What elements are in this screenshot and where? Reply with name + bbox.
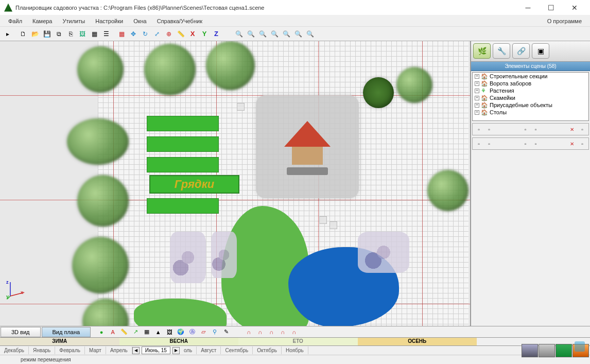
- bt-icon[interactable]: ▦: [142, 327, 152, 337]
- tree-item[interactable]: +🏠Строительные секции: [473, 73, 588, 80]
- rotate-tool-icon[interactable]: ↻: [140, 28, 151, 40]
- garden-bed[interactable]: [147, 198, 219, 214]
- viewport-canvas[interactable]: Грядки z x y: [0, 41, 471, 326]
- month-feb[interactable]: Февраль: [55, 346, 85, 354]
- close-button[interactable]: ✕: [563, 1, 586, 15]
- snap-2-icon[interactable]: 🔍: [245, 28, 256, 40]
- tree-item[interactable]: +⚘Растения: [473, 87, 588, 94]
- move-tool-icon[interactable]: ✥: [128, 28, 139, 40]
- current-date[interactable]: Июнь, 15: [142, 346, 170, 354]
- bt-icon[interactable]: 🖼: [164, 327, 175, 337]
- bt-icon[interactable]: 📏: [119, 327, 129, 337]
- mini-btn-icon[interactable]: ▫: [531, 139, 541, 148]
- snap-7-icon[interactable]: 🔍: [304, 28, 316, 40]
- bt-icon[interactable]: ▱: [198, 327, 209, 337]
- magnet-icon[interactable]: ∩: [266, 327, 276, 337]
- tree-item[interactable]: +🏠Столы: [473, 109, 588, 116]
- image-icon[interactable]: 🖼: [77, 28, 88, 40]
- tab-plan-view[interactable]: Вид плана: [42, 327, 91, 337]
- month-oct[interactable]: Октябрь: [253, 346, 282, 354]
- snap-3-icon[interactable]: 🔍: [257, 28, 268, 40]
- month-nov[interactable]: Ноябрь: [282, 346, 308, 354]
- mini-btn-icon[interactable]: ▫: [521, 125, 530, 134]
- axis-y-button[interactable]: Y: [199, 28, 210, 40]
- tab-cube-icon[interactable]: ▣: [532, 43, 549, 59]
- month-prev-icon[interactable]: ◀: [132, 347, 140, 354]
- magnet-icon[interactable]: ∩: [255, 327, 265, 337]
- menu-windows[interactable]: Окна: [128, 16, 152, 26]
- mini-btn-icon[interactable]: ▫: [484, 125, 494, 134]
- month-jul[interactable]: оль: [180, 346, 197, 354]
- menu-about[interactable]: О программе: [542, 16, 587, 26]
- garden-bed[interactable]: [147, 116, 219, 131]
- garden-bed-label[interactable]: Грядки: [149, 175, 239, 194]
- tree-item[interactable]: +🏠Ворота заборов: [473, 80, 588, 87]
- month-dec[interactable]: Декабрь: [0, 346, 29, 354]
- menu-camera[interactable]: Камера: [27, 16, 57, 26]
- minimize-button[interactable]: ─: [516, 1, 540, 15]
- month-next-icon[interactable]: ▶: [172, 347, 180, 354]
- month-mar[interactable]: Март: [85, 346, 106, 354]
- link-icon[interactable]: ⧉: [53, 28, 64, 40]
- bt-icon[interactable]: ▲: [153, 327, 163, 337]
- mini-btn-icon[interactable]: ▫: [521, 139, 530, 148]
- sky-thumb[interactable]: [556, 344, 572, 357]
- tab-plants-icon[interactable]: 🌿: [473, 43, 491, 59]
- tree-item[interactable]: +🏠Скамейки: [473, 94, 588, 101]
- maximize-button[interactable]: ☐: [540, 1, 563, 15]
- menu-utilities[interactable]: Утилиты: [58, 16, 91, 26]
- grid-toggle-icon[interactable]: ▦: [116, 28, 127, 40]
- sky-thumb[interactable]: [539, 344, 555, 357]
- scale-tool-icon[interactable]: ⤢: [151, 28, 163, 40]
- garden-bed[interactable]: [147, 157, 219, 172]
- menu-help[interactable]: Справка/Учебник: [152, 16, 207, 26]
- delete-icon[interactable]: ✕: [567, 125, 577, 134]
- rock-patch[interactable]: [358, 232, 409, 273]
- axis-x-button[interactable]: X: [187, 28, 198, 40]
- mini-btn-icon[interactable]: ▫: [474, 139, 483, 148]
- magnet-icon[interactable]: ∩: [244, 327, 254, 337]
- save-file-icon[interactable]: 💾: [41, 28, 53, 40]
- frame-icon[interactable]: ▦: [89, 28, 100, 40]
- house-preview-overlay[interactable]: [256, 95, 359, 198]
- snap-5-icon[interactable]: 🔍: [281, 28, 292, 40]
- mini-btn-icon[interactable]: ▫: [578, 139, 587, 148]
- measure-icon[interactable]: 📏: [175, 28, 186, 40]
- bt-icon[interactable]: 🌍: [176, 327, 186, 337]
- month-jan[interactable]: Январь: [29, 346, 55, 354]
- bt-icon[interactable]: ⓐ: [187, 327, 197, 337]
- bt-icon[interactable]: A: [108, 327, 118, 337]
- bt-icon[interactable]: ✎: [221, 327, 231, 337]
- tab-link-icon[interactable]: 🔗: [512, 43, 530, 59]
- copy-icon[interactable]: ⎘: [65, 28, 76, 40]
- mini-btn-icon[interactable]: ▫: [484, 139, 494, 148]
- scene-tree[interactable]: +🏠Строительные секции +🏠Ворота заборов +…: [472, 72, 589, 121]
- mini-btn-icon[interactable]: ▫: [531, 125, 541, 134]
- tree-item[interactable]: +🏠Приусадебные объекты: [473, 101, 588, 109]
- bt-icon[interactable]: ●: [96, 327, 107, 337]
- season-summer[interactable]: ЕТО: [238, 338, 358, 345]
- magnet-icon[interactable]: ∩: [277, 327, 288, 337]
- open-file-icon[interactable]: 📂: [29, 28, 41, 40]
- delete-icon[interactable]: ✕: [567, 139, 577, 148]
- mini-btn-icon[interactable]: ▫: [474, 125, 483, 134]
- menu-settings[interactable]: Настройки: [90, 16, 128, 26]
- bt-icon[interactable]: ↗: [130, 327, 141, 337]
- list-icon[interactable]: ☰: [100, 28, 112, 40]
- rock-patch[interactable]: [211, 232, 237, 278]
- rock-patch[interactable]: [170, 232, 206, 283]
- tab-tools-icon[interactable]: 🔧: [493, 43, 510, 59]
- snap-1-icon[interactable]: 🔍: [233, 28, 245, 40]
- season-autumn[interactable]: ОСЕНЬ: [358, 338, 477, 345]
- month-aug[interactable]: Август: [197, 346, 221, 354]
- menu-file[interactable]: Файл: [3, 16, 27, 26]
- bt-icon[interactable]: ⚲: [210, 327, 220, 337]
- tab-3d-view[interactable]: 3D вид: [1, 327, 41, 337]
- garden-bed[interactable]: [147, 136, 219, 152]
- select-tool-icon[interactable]: ▸: [2, 28, 13, 40]
- season-winter[interactable]: ЗИМА: [0, 338, 119, 345]
- snap-6-icon[interactable]: 🔍: [292, 28, 304, 40]
- magnet-icon[interactable]: ∩: [289, 327, 299, 337]
- month-apr[interactable]: Апрель: [106, 346, 132, 354]
- mini-btn-icon[interactable]: ▫: [578, 125, 587, 134]
